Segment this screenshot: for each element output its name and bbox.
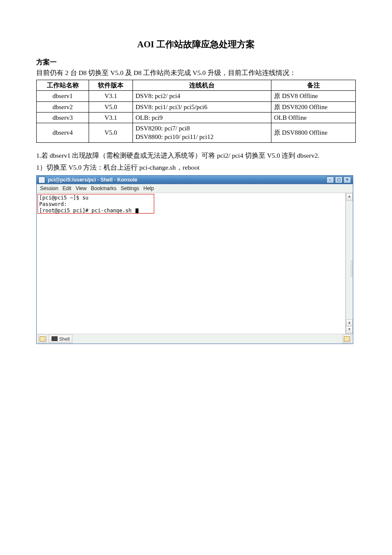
menu-edit[interactable]: Edit bbox=[63, 185, 72, 191]
shell-tab-label: Shell bbox=[59, 336, 69, 341]
step-1: 1.若 dbserv1 出现故障（需检测硬盘或无法进入系统等）可将 pci2/ … bbox=[36, 150, 356, 161]
scrollbar-grip-icon bbox=[350, 260, 353, 278]
cell-note: 原 DSV8800 Offline bbox=[271, 123, 356, 143]
minimize-button[interactable]: – bbox=[326, 176, 334, 183]
konsole-statusbar: Shell bbox=[37, 334, 353, 344]
doc-title: AOI 工作站故障应急处理方案 bbox=[36, 38, 356, 50]
terminal-line: [root@pci5 pci]# pci-change.sh bbox=[39, 208, 343, 214]
cell-mach: DSV8: pci1/ pci3/ pci5/pci6 bbox=[133, 101, 271, 112]
col-note: 备注 bbox=[271, 80, 356, 91]
plan-heading: 方案一 bbox=[36, 58, 356, 67]
cell-name: dbserv3 bbox=[37, 112, 89, 123]
cell-ver: V5.0 bbox=[89, 123, 133, 143]
workstation-table: 工作站名称 软件版本 连线机台 备注 dbserv1 V3.1 DSV8: pc… bbox=[36, 80, 356, 143]
table-row: dbserv1 V3.1 DSV8: pci2/ pci4 原 DSV8 Off… bbox=[37, 91, 356, 101]
shell-tab[interactable]: Shell bbox=[49, 335, 72, 343]
table-header-row: 工作站名称 软件版本 连线机台 备注 bbox=[37, 80, 356, 91]
tab-action-button[interactable] bbox=[343, 335, 351, 343]
cell-name: dbserv1 bbox=[37, 91, 89, 101]
col-version: 软件版本 bbox=[89, 80, 133, 91]
shell-icon bbox=[52, 336, 58, 341]
tab-action-icon bbox=[344, 336, 350, 341]
cell-note: 原 DSV8 Offline bbox=[271, 91, 356, 101]
konsole-app-icon bbox=[38, 176, 45, 183]
terminal-area[interactable]: [pci@pci5 ~]$ su Password: [root@pci5 pc… bbox=[37, 193, 346, 334]
menu-session[interactable]: Session bbox=[40, 185, 58, 191]
cell-ver: V3.1 bbox=[89, 91, 133, 101]
new-tab-button[interactable] bbox=[38, 335, 47, 343]
col-machines: 连线机台 bbox=[133, 80, 271, 91]
table-row: dbserv2 V5.0 DSV8: pci1/ pci3/ pci5/pci6… bbox=[37, 101, 356, 112]
cell-note: 原 DSV8200 Offline bbox=[271, 101, 356, 112]
menu-help[interactable]: Help bbox=[144, 185, 154, 191]
menu-view[interactable]: View bbox=[75, 185, 86, 191]
table-row: dbserv4 V5.0 DSV8200: pci7/ pci8 DSV8800… bbox=[37, 123, 356, 143]
terminal-line: [pci@pci5 ~]$ su bbox=[39, 195, 343, 201]
table-row: dbserv3 V3.1 OLB: pci9 OLB Offline bbox=[37, 112, 356, 123]
col-name: 工作站名称 bbox=[37, 80, 89, 91]
scrollbar[interactable]: ▲ ▲ ▼ bbox=[346, 193, 353, 334]
cell-mach: DSV8200: pci7/ pci8 DSV8800: pci10/ pci1… bbox=[133, 123, 271, 143]
konsole-window: pci@pci5:/users/pci - Shell - Konsole – … bbox=[36, 175, 353, 344]
konsole-titlebar[interactable]: pci@pci5:/users/pci - Shell - Konsole – … bbox=[37, 176, 353, 184]
menu-settings[interactable]: Settings bbox=[121, 185, 139, 191]
cell-name: dbserv2 bbox=[37, 101, 89, 112]
konsole-menubar: Session Edit View Bookmarks Settings Hel… bbox=[37, 184, 353, 193]
scroll-down-button[interactable]: ▼ bbox=[346, 326, 353, 334]
scroll-up-button[interactable]: ▲ bbox=[346, 193, 353, 201]
cell-mach: DSV8: pci2/ pci4 bbox=[133, 91, 271, 101]
new-tab-icon bbox=[40, 336, 46, 341]
terminal-line: Password: bbox=[39, 201, 343, 208]
step-1-1: 1）切换至 V5.0 方法：机台上运行 pci-change.sh，reboot bbox=[36, 162, 356, 173]
menu-bookmarks[interactable]: Bookmarks bbox=[91, 185, 116, 191]
cursor-icon bbox=[135, 208, 138, 214]
cell-ver: V5.0 bbox=[89, 101, 133, 112]
cell-name: dbserv4 bbox=[37, 123, 89, 143]
konsole-title-text: pci@pci5:/users/pci - Shell - Konsole bbox=[48, 177, 326, 183]
close-button[interactable]: ✕ bbox=[343, 176, 351, 183]
maximize-button[interactable]: ▢ bbox=[335, 176, 343, 183]
intro-paragraph: 目前仍有 2 台 D8 切换至 V5.0 及 D8 工作站尚未完成 V5.0 升… bbox=[36, 68, 356, 78]
cell-mach: OLB: pci9 bbox=[133, 112, 271, 123]
cell-ver: V3.1 bbox=[89, 112, 133, 123]
cell-note: OLB Offline bbox=[271, 112, 356, 123]
